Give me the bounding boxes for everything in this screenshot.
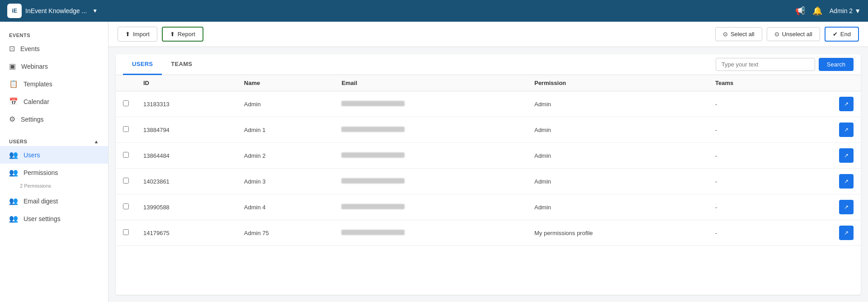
row-action-cell: ↗ [789, 194, 861, 220]
tab-teams[interactable]: TEAMS [162, 54, 201, 75]
row-checkbox-1[interactable] [123, 126, 129, 132]
row-email [334, 91, 527, 117]
search-button[interactable]: Search [819, 58, 854, 71]
table-row: 14023861 Admin 3 Admin - ↗ [116, 169, 861, 194]
row-email [334, 194, 527, 220]
sidebar-item-settings[interactable]: ⚙ Settings [0, 110, 108, 128]
row-teams: - [708, 143, 789, 169]
import-icon: ⬆ [125, 31, 130, 38]
sidebar-item-calendar-label: Calendar [24, 98, 49, 105]
tab-header: USERS TEAMS Search [116, 54, 861, 75]
row-checkbox-cell [116, 117, 136, 143]
templates-icon: 📋 [9, 80, 18, 88]
toolbar-left: ⬆ Import ⬆ Report [118, 27, 203, 42]
webinars-icon: ▣ [9, 62, 16, 71]
external-link-button-0[interactable]: ↗ [839, 97, 854, 111]
row-permission: Admin [527, 169, 708, 194]
sidebar-item-users[interactable]: 👥 Users [0, 146, 108, 164]
external-link-button-5[interactable]: ↗ [839, 226, 854, 240]
import-button[interactable]: ⬆ Import [118, 27, 157, 42]
row-id: 13884794 [136, 117, 237, 143]
row-checkbox-cell [116, 194, 136, 220]
tab-teams-label: TEAMS [171, 61, 192, 67]
external-link-button-4[interactable]: ↗ [839, 200, 854, 214]
users-section-label: USERS ▲ [0, 135, 108, 146]
email-blurred [341, 204, 405, 209]
report-label: Report [178, 31, 195, 38]
sidebar-item-events[interactable]: ⊡ Events [0, 40, 108, 57]
top-nav-right: 📢 🔔 Admin 2 ▼ [795, 6, 861, 16]
tab-users[interactable]: USERS [123, 54, 162, 75]
sidebar-item-email-digest[interactable]: 👥 Email digest [0, 192, 108, 210]
table-row: 13183313 Admin Admin - ↗ [116, 91, 861, 117]
email-blurred [341, 178, 405, 184]
table-header-permission: Permission [527, 75, 708, 91]
row-email [334, 143, 527, 169]
row-checkbox-0[interactable] [123, 100, 129, 106]
row-email [334, 169, 527, 194]
end-checkmark-icon: ✔ [833, 31, 838, 38]
row-checkbox-4[interactable] [123, 203, 129, 209]
sidebar-item-templates[interactable]: 📋 Templates [0, 75, 108, 93]
end-button[interactable]: ✔ End [825, 27, 859, 42]
app-title: InEvent Knowledge ... [25, 7, 87, 14]
table-header-id: ID [136, 75, 237, 91]
row-permission: My permissions profile [527, 220, 708, 246]
toolbar: ⬆ Import ⬆ Report ⊙ Select all ⊙ Unselec… [108, 22, 868, 47]
megaphone-icon[interactable]: 📢 [795, 6, 805, 16]
app-title-chevron[interactable]: ▼ [92, 8, 98, 14]
table-header-email: Email [334, 75, 527, 91]
bell-icon[interactable]: 🔔 [812, 6, 822, 16]
report-button[interactable]: ⬆ Report [162, 27, 203, 42]
row-checkbox-cell [116, 220, 136, 246]
content-area: ⬆ Import ⬆ Report ⊙ Select all ⊙ Unselec… [108, 22, 868, 302]
sidebar-item-events-label: Events [20, 45, 40, 52]
users-icon: 👥 [9, 151, 18, 159]
unselect-all-button[interactable]: ⊙ Unselect all [767, 27, 820, 41]
row-checkbox-cell [116, 91, 136, 117]
external-link-button-3[interactable]: ↗ [839, 174, 854, 189]
row-teams: - [708, 91, 789, 117]
unselect-all-icon: ⊙ [774, 31, 779, 38]
row-permission: Admin [527, 143, 708, 169]
table-row: 13990588 Admin 4 Admin - ↗ [116, 194, 861, 220]
sidebar-item-permissions-label: Permissions [24, 169, 58, 176]
sidebar-item-webinars[interactable]: ▣ Webinars [0, 57, 108, 75]
user-name: Admin 2 [830, 7, 853, 14]
row-action-cell: ↗ [789, 91, 861, 117]
toolbar-right: ⊙ Select all ⊙ Unselect all ✔ End [715, 27, 859, 42]
sidebar-item-calendar[interactable]: 📅 Calendar [0, 93, 108, 110]
row-permission: Admin [527, 91, 708, 117]
row-action-cell: ↗ [789, 169, 861, 194]
row-checkbox-5[interactable] [123, 229, 129, 235]
tab-search: Search [716, 58, 854, 71]
user-menu[interactable]: Admin 2 ▼ [830, 7, 861, 14]
external-link-button-2[interactable]: ↗ [839, 148, 854, 163]
unselect-all-label: Unselect all [782, 31, 812, 38]
search-button-label: Search [827, 61, 845, 68]
external-link-icon: ↗ [844, 152, 849, 159]
row-name: Admin 3 [237, 169, 335, 194]
users-table: ID Name Email Permission Teams 13183313 … [116, 75, 861, 246]
sidebar-item-settings-label: Settings [21, 116, 44, 123]
top-navigation: iE InEvent Knowledge ... ▼ 📢 🔔 Admin 2 ▼ [0, 0, 868, 22]
permissions-badge: 2 Permissions [0, 181, 108, 192]
email-blurred [341, 230, 405, 235]
row-permission: Admin [527, 117, 708, 143]
row-name: Admin 75 [237, 220, 335, 246]
external-link-button-1[interactable]: ↗ [839, 123, 854, 137]
sidebar-item-email-digest-label: Email digest [24, 198, 58, 205]
sidebar-item-user-settings[interactable]: 👥 User settings [0, 210, 108, 227]
users-chevron[interactable]: ▲ [94, 139, 99, 144]
table-header-teams: Teams [708, 75, 789, 91]
select-all-button[interactable]: ⊙ Select all [715, 27, 762, 41]
row-name: Admin 1 [237, 117, 335, 143]
row-checkbox-3[interactable] [123, 178, 129, 184]
sidebar-item-permissions[interactable]: 👥 Permissions [0, 164, 108, 181]
external-link-icon: ↗ [844, 230, 849, 236]
row-action-cell: ↗ [789, 117, 861, 143]
app-logo: iE [7, 4, 22, 18]
row-checkbox-2[interactable] [123, 152, 129, 158]
row-id: 13990588 [136, 194, 237, 220]
search-input[interactable] [716, 58, 815, 71]
